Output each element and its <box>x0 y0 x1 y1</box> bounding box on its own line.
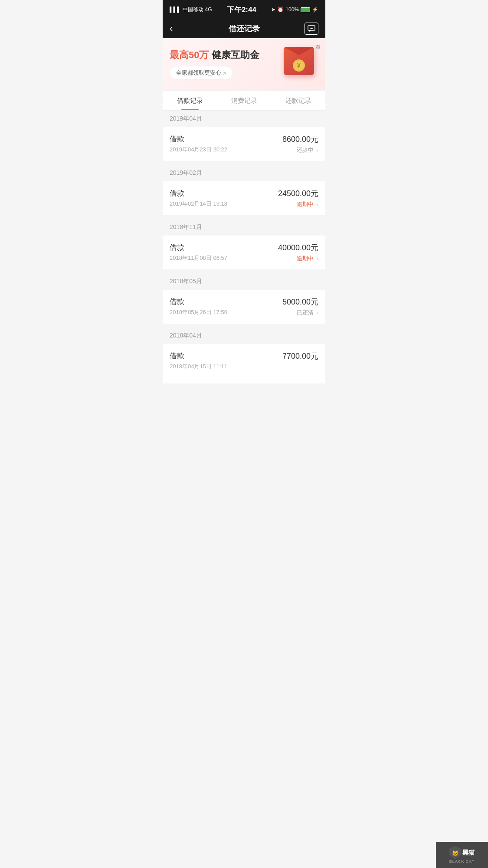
record-left: 借款 2018年04月15日 11:11 <box>170 351 282 370</box>
alarm-icon: ⏰ <box>277 7 284 13</box>
record-left: 借款 2018年11月08日 06:57 <box>170 242 278 262</box>
record-type: 借款 <box>170 351 282 361</box>
chat-button[interactable] <box>305 23 318 35</box>
section-header-2018-11: 2018年11月 <box>163 219 325 236</box>
record-left: 借款 2019年04月23日 20:22 <box>170 134 282 154</box>
banner-image: ¥ 🎊 <box>284 47 318 82</box>
record-type: 借款 <box>170 134 282 144</box>
record-amount: 40000.00元 <box>278 242 318 253</box>
record-left: 借款 2018年05月26日 17:50 <box>170 297 282 316</box>
section-divider <box>163 161 325 165</box>
nav-bar: ‹ 借还记录 <box>163 19 325 38</box>
battery-icon <box>301 7 310 12</box>
record-status: 已还清 › <box>297 309 318 317</box>
record-amount: 7700.00元 <box>282 351 318 361</box>
record-type: 借款 <box>170 242 278 252</box>
tab-consumption-records[interactable]: 消费记录 <box>217 91 271 110</box>
signal-icon: ▌▌▌ <box>170 7 181 13</box>
chevron-icon: › <box>316 147 318 154</box>
status-bar: ▌▌▌ 中国移动 4G 下午2:44 ➤ ⏰ 100% ⚡ <box>163 0 325 19</box>
section-divider <box>163 270 325 273</box>
carrier-label: 中国移动 <box>183 6 203 13</box>
record-right: 8600.00元 还款中 › <box>282 134 318 154</box>
section-header-2019-02: 2019年02月 <box>163 165 325 181</box>
record-type: 借款 <box>170 188 278 198</box>
chevron-icon: › <box>316 309 318 316</box>
status-time: 下午2:44 <box>227 5 256 15</box>
record-date: 2018年04月15日 11:11 <box>170 363 282 370</box>
record-amount: 24500.00元 <box>278 188 318 199</box>
banner-close-button[interactable]: ✕ <box>314 43 321 52</box>
coin-icon: ¥ <box>293 59 305 72</box>
record-amount: 8600.00元 <box>282 134 318 144</box>
status-left: ▌▌▌ 中国移动 4G <box>170 6 212 13</box>
banner-subtitle[interactable]: 全家都领取更安心 > <box>170 66 233 80</box>
chevron-icon: › <box>316 201 318 208</box>
section-divider <box>163 324 325 328</box>
record-date: 2019年04月23日 20:22 <box>170 146 282 154</box>
banner-subtitle-text: 全家都领取更安心 <box>176 69 221 77</box>
back-button[interactable]: ‹ <box>170 23 173 34</box>
tab-loan-records[interactable]: 借款记录 <box>163 91 217 110</box>
record-date: 2018年05月26日 17:50 <box>170 308 282 316</box>
banner-highlight: 最高50万 <box>170 49 209 60</box>
banner-normal: 健康互助金 <box>212 49 259 60</box>
section-header-2019-04: 2019年04月 <box>163 111 325 127</box>
section-divider <box>163 216 325 219</box>
record-item[interactable]: 借款 2019年02月14日 13:18 24500.00元 逾期中 › <box>163 181 325 216</box>
record-right: 24500.00元 逾期中 › <box>278 188 318 208</box>
svg-point-1 <box>310 28 311 29</box>
record-left: 借款 2019年02月14日 13:18 <box>170 188 278 208</box>
location-icon: ➤ <box>271 7 275 13</box>
section-header-2018-05: 2018年05月 <box>163 273 325 290</box>
record-amount: 5000.00元 <box>282 297 318 307</box>
record-right: 5000.00元 已还清 › <box>282 297 318 317</box>
chat-icon <box>308 25 315 32</box>
chevron-icon: › <box>316 255 318 262</box>
page-title: 借还记录 <box>229 23 260 34</box>
charging-icon: ⚡ <box>312 7 318 13</box>
record-right: 7700.00元 <box>282 351 318 363</box>
record-item[interactable]: 借款 2019年04月23日 20:22 8600.00元 还款中 › <box>163 127 325 161</box>
network-label: 4G <box>205 7 212 13</box>
record-type: 借款 <box>170 297 282 307</box>
status-right: ➤ ⏰ 100% ⚡ <box>271 7 318 13</box>
record-status: 逾期中 › <box>297 200 318 208</box>
record-item[interactable]: 借款 2018年04月15日 11:11 7700.00元 <box>163 344 325 384</box>
banner-title: 最高50万 健康互助金 <box>170 49 279 62</box>
svg-point-2 <box>311 28 312 29</box>
record-status: 还款中 › <box>297 146 318 154</box>
record-date: 2019年02月14日 13:18 <box>170 200 278 208</box>
tab-repayment-records[interactable]: 还款记录 <box>271 91 325 110</box>
envelope-icon: ¥ <box>284 47 314 75</box>
tab-bar: 借款记录 消费记录 还款记录 <box>163 91 325 111</box>
record-item[interactable]: 借款 2018年05月26日 17:50 5000.00元 已还清 › <box>163 290 325 324</box>
record-status: 逾期中 › <box>297 255 318 262</box>
battery-label: 100% <box>285 7 299 13</box>
record-right: 40000.00元 逾期中 › <box>278 242 318 262</box>
banner[interactable]: 最高50万 健康互助金 全家都领取更安心 > ¥ 🎊 ✕ <box>163 38 325 91</box>
banner-text: 最高50万 健康互助金 全家都领取更安心 > <box>170 49 279 80</box>
record-item[interactable]: 借款 2018年11月08日 06:57 40000.00元 逾期中 › <box>163 236 325 270</box>
banner-arrow: > <box>223 70 226 76</box>
record-date: 2018年11月08日 06:57 <box>170 254 278 262</box>
section-header-2018-04: 2018年04月 <box>163 328 325 344</box>
svg-point-3 <box>312 28 313 29</box>
